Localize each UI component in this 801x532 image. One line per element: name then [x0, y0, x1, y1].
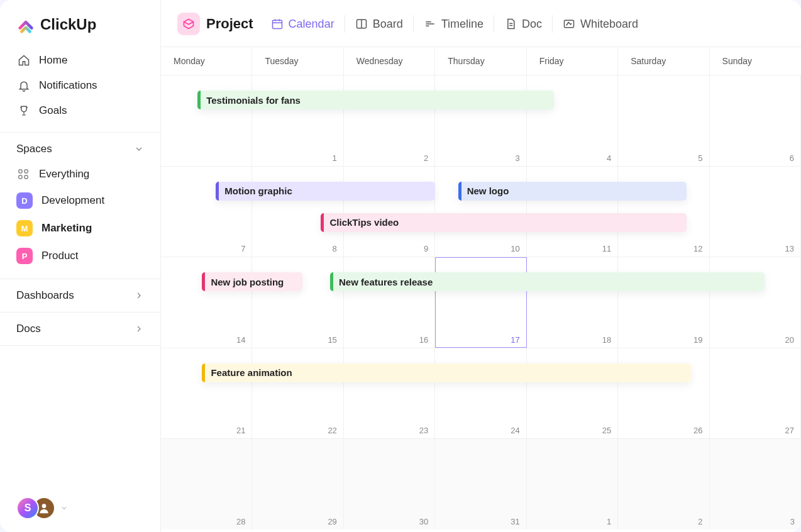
- date-number: 23: [419, 426, 428, 435]
- view-doc[interactable]: Doc: [503, 15, 543, 33]
- calendar-cell[interactable]: 6: [710, 75, 801, 166]
- dashboards-header[interactable]: Dashboards: [0, 279, 160, 313]
- date-number: 14: [236, 335, 245, 345]
- svg-rect-5: [272, 20, 282, 28]
- weeks: 123456Testimonials for fans78910111213Mo…: [161, 75, 801, 529]
- calendar-cell[interactable]: 25: [527, 348, 618, 439]
- calendar-cell[interactable]: 22: [252, 348, 343, 439]
- date-number: 9: [424, 244, 428, 253]
- calendar-cell[interactable]: 18: [527, 257, 618, 348]
- calendar-cell[interactable]: 23: [344, 348, 435, 439]
- calendar-cell[interactable]: 3: [710, 439, 801, 529]
- date-number: 15: [328, 335, 336, 345]
- calendar-cell[interactable]: 1: [252, 75, 343, 166]
- nav-label: Notifications: [39, 79, 97, 92]
- space-everything[interactable]: Everything: [0, 162, 160, 187]
- event[interactable]: New logo: [458, 182, 687, 201]
- date-number: 16: [419, 335, 428, 345]
- calendar-cell[interactable]: 3: [435, 75, 526, 166]
- calendar-cell[interactable]: 4: [527, 75, 618, 166]
- view-label: Calendar: [289, 18, 334, 31]
- week-row: 28293031123: [161, 438, 801, 529]
- calendar-cell[interactable]: 19: [618, 257, 709, 348]
- project-label: Project: [206, 16, 253, 32]
- calendar-cell[interactable]: 13: [710, 167, 801, 257]
- date-number: 17: [511, 335, 519, 345]
- calendar-cell[interactable]: 14: [161, 257, 252, 348]
- nav-top: Home Notifications Goals: [0, 45, 160, 133]
- date-number: 31: [511, 517, 519, 526]
- calendar-cell[interactable]: 21: [161, 348, 252, 439]
- date-number: 22: [328, 426, 336, 435]
- calendar-cell[interactable]: 9: [344, 167, 435, 257]
- calendar-cell[interactable]: 8: [252, 167, 343, 257]
- view-whiteboard[interactable]: Whiteboard: [561, 15, 639, 33]
- space-item-product[interactable]: PProduct: [0, 242, 160, 270]
- board-icon: [355, 18, 368, 30]
- spaces-header[interactable]: Spaces: [0, 133, 160, 162]
- space-label: Marketing: [41, 222, 92, 235]
- event[interactable]: Testimonials for fans: [197, 91, 554, 109]
- day-header: Tuesday: [252, 47, 343, 75]
- calendar-cell[interactable]: 28: [161, 439, 252, 529]
- calendar-cell[interactable]: [161, 75, 252, 166]
- calendar: MondayTuesdayWednesdayThursdayFridaySatu…: [161, 47, 801, 532]
- calendar-cell[interactable]: 11: [527, 167, 618, 257]
- space-label: Product: [41, 250, 79, 262]
- week-row: 14151617181920New job postingNew feature…: [161, 257, 801, 348]
- space-item-marketing[interactable]: MMarketing: [0, 214, 160, 242]
- calendar-cell[interactable]: 26: [618, 348, 709, 439]
- calendar-cell[interactable]: 2: [344, 75, 435, 166]
- event[interactable]: Feature animation: [202, 363, 691, 382]
- view-calendar[interactable]: Calendar: [270, 15, 336, 33]
- bell-icon: [18, 79, 30, 92]
- calendar-cell[interactable]: 20: [710, 257, 801, 348]
- space-label: Everything: [39, 168, 89, 180]
- everything-icon: [16, 167, 30, 181]
- date-number: 21: [236, 426, 245, 435]
- date-number: 3: [790, 517, 795, 526]
- brand-logo[interactable]: ClickUp: [0, 0, 160, 45]
- chevron-down-icon: [134, 144, 144, 154]
- event[interactable]: New job posting: [202, 272, 302, 291]
- nav-label: Home: [39, 54, 67, 67]
- doc-icon: [504, 18, 517, 30]
- project-chip[interactable]: Project: [177, 13, 253, 35]
- calendar-cell[interactable]: 17: [435, 257, 526, 348]
- calendar-cell[interactable]: 7: [161, 167, 252, 257]
- nav-notifications[interactable]: Notifications: [0, 73, 160, 98]
- calendar-cell[interactable]: 5: [618, 75, 709, 166]
- project-icon: [177, 13, 200, 35]
- calendar-cell[interactable]: 12: [618, 167, 709, 257]
- nav-goals[interactable]: Goals: [0, 98, 160, 123]
- calendar-cell[interactable]: 29: [252, 439, 343, 529]
- nav-home[interactable]: Home: [0, 48, 160, 73]
- calendar-cell[interactable]: 15: [252, 257, 343, 348]
- day-header: Thursday: [435, 47, 526, 75]
- calendar-cell[interactable]: 31: [435, 439, 526, 529]
- day-headers: MondayTuesdayWednesdayThursdayFridaySatu…: [161, 47, 801, 75]
- view-timeline[interactable]: Timeline: [423, 15, 485, 33]
- event[interactable]: New features release: [330, 272, 765, 291]
- calendar-cell[interactable]: 10: [435, 167, 526, 257]
- date-number: 29: [328, 517, 336, 526]
- calendar-cell[interactable]: 24: [435, 348, 526, 439]
- view-label: Doc: [522, 18, 542, 31]
- docs-header[interactable]: Docs: [0, 313, 160, 346]
- calendar-cell[interactable]: 16: [344, 257, 435, 348]
- event[interactable]: Motion graphic: [216, 182, 435, 201]
- calendar-icon: [271, 18, 284, 30]
- view-board[interactable]: Board: [354, 15, 404, 33]
- event[interactable]: ClickTips video: [321, 213, 687, 232]
- svg-point-4: [42, 504, 47, 508]
- space-item-development[interactable]: DDevelopment: [0, 187, 160, 214]
- calendar-cell[interactable]: 1: [527, 439, 618, 529]
- view-label: Timeline: [441, 18, 483, 31]
- user-avatars[interactable]: S: [0, 484, 160, 532]
- date-number: 5: [698, 153, 702, 163]
- calendar-cell[interactable]: 2: [618, 439, 709, 529]
- space-badge: M: [16, 220, 33, 236]
- date-number: 19: [693, 335, 702, 345]
- calendar-cell[interactable]: 30: [344, 439, 435, 529]
- calendar-cell[interactable]: 27: [710, 348, 801, 439]
